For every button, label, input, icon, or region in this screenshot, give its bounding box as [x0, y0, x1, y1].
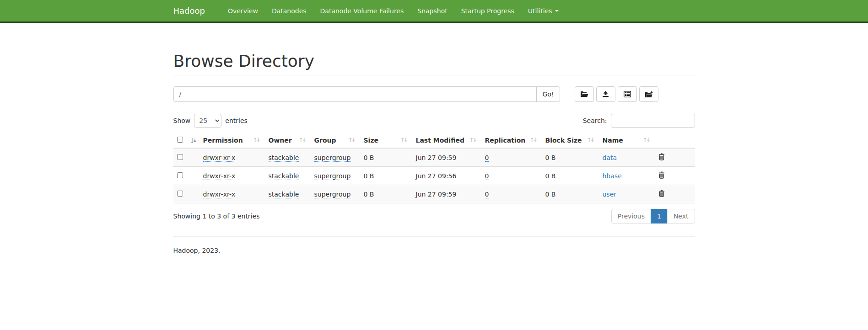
- block-size-cell: 0 B: [542, 167, 599, 185]
- pagination-previous[interactable]: Previous: [611, 209, 651, 224]
- entries-label: entries: [225, 117, 248, 124]
- open-folder-button[interactable]: [575, 86, 594, 102]
- directory-path-input[interactable]: [173, 86, 537, 102]
- file-action-buttons: [575, 86, 658, 102]
- owner-cell[interactable]: stackable: [269, 191, 299, 198]
- main-nav: Overview Datanodes Datanode Volume Failu…: [221, 0, 566, 21]
- nav-datanodes[interactable]: Datanodes: [265, 0, 313, 21]
- table-row: drwxr-xr-x stackable supergroup 0 B Jun …: [173, 148, 695, 167]
- directory-name-link[interactable]: user: [603, 191, 617, 198]
- row-checkbox[interactable]: [177, 191, 183, 197]
- footer-divider: [173, 236, 695, 237]
- owner-cell[interactable]: stackable: [269, 172, 299, 180]
- size-cell: 0 B: [360, 185, 412, 203]
- table-row: drwxr-xr-x stackable supergroup 0 B Jun …: [173, 167, 695, 185]
- top-navbar: Hadoop Overview Datanodes Datanode Volum…: [0, 0, 868, 23]
- sort-arrows-icon: ↑↓: [253, 137, 261, 143]
- search-label: Search:: [583, 117, 607, 124]
- modified-cell: Jun 27 09:56: [412, 167, 481, 185]
- header-block-size[interactable]: Block Size↑↓: [542, 133, 599, 148]
- permission-cell[interactable]: drwxr-xr-x: [203, 172, 236, 180]
- permission-cell[interactable]: drwxr-xr-x: [203, 154, 236, 162]
- table-row: drwxr-xr-x stackable supergroup 0 B Jun …: [173, 185, 695, 203]
- page-title: Browse Directory: [173, 52, 695, 70]
- upload-icon: [602, 91, 609, 97]
- pagination-next[interactable]: Next: [667, 209, 695, 224]
- nav-overview[interactable]: Overview: [221, 0, 265, 21]
- page-size-select[interactable]: 25: [194, 114, 221, 128]
- replication-cell[interactable]: 0: [485, 191, 489, 198]
- owner-cell[interactable]: stackable: [269, 154, 299, 162]
- size-cell: 0 B: [360, 148, 412, 167]
- delete-icon[interactable]: [658, 190, 665, 198]
- header-actions: [655, 133, 695, 148]
- directory-input-group: Go!: [173, 86, 560, 102]
- table-info: Showing 1 to 3 of 3 entries: [173, 213, 260, 220]
- sort-arrows-icon: ↑↓: [469, 137, 477, 143]
- replication-cell[interactable]: 0: [485, 154, 489, 162]
- delete-icon[interactable]: [658, 153, 665, 162]
- size-cell: 0 B: [360, 167, 412, 185]
- group-cell[interactable]: supergroup: [314, 154, 351, 162]
- view-list-button[interactable]: [618, 86, 637, 102]
- upload-file-button[interactable]: [596, 86, 615, 102]
- replication-cell[interactable]: 0: [485, 172, 489, 180]
- pagination-page-1[interactable]: 1: [651, 209, 668, 224]
- create-directory-button[interactable]: [639, 86, 658, 102]
- directory-name-link[interactable]: hbase: [603, 172, 622, 180]
- pagination: Previous 1 Next: [611, 209, 695, 224]
- nav-utilities-dropdown[interactable]: Utilities: [521, 0, 566, 21]
- sort-arrows-icon: ↑↓: [348, 137, 356, 143]
- header-last-modified[interactable]: Last Modified↑↓: [412, 133, 481, 148]
- block-size-cell: 0 B: [542, 185, 599, 203]
- header-size[interactable]: Size↑↓: [360, 133, 412, 148]
- sort-arrows-icon: ↑↓: [587, 137, 595, 143]
- show-label: Show: [173, 117, 191, 124]
- header-name[interactable]: Name↑↓: [599, 133, 655, 148]
- table-search-control: Search:: [583, 114, 695, 128]
- page-header: Browse Directory: [173, 52, 695, 75]
- modified-cell: Jun 27 09:59: [412, 185, 481, 203]
- caret-down-icon: [555, 10, 559, 12]
- sort-arrows-icon: ↑↓: [642, 137, 651, 143]
- nav-snapshot[interactable]: Snapshot: [410, 0, 454, 21]
- row-checkbox[interactable]: [177, 154, 183, 160]
- delete-icon[interactable]: [658, 171, 665, 180]
- block-size-cell: 0 B: [542, 148, 599, 167]
- directory-listing-table: Permission↑↓ Owner↑↓ Group↑↓ Size↑↓ Last…: [173, 133, 695, 203]
- sort-arrows-icon: ↑↓: [400, 137, 408, 143]
- row-checkbox[interactable]: [177, 172, 183, 178]
- table-search-input[interactable]: [611, 114, 695, 128]
- directory-name-link[interactable]: data: [603, 154, 617, 161]
- table-header-row: Permission↑↓ Owner↑↓ Group↑↓ Size↑↓ Last…: [173, 133, 695, 148]
- page-length-control: Show 25 entries: [173, 114, 248, 128]
- permission-cell[interactable]: drwxr-xr-x: [203, 191, 236, 198]
- folder-open-icon: [580, 91, 588, 97]
- header-group[interactable]: Group↑↓: [311, 133, 360, 148]
- select-all-checkbox[interactable]: [177, 137, 183, 143]
- sort-active-icon: [185, 137, 196, 144]
- list-icon: [624, 91, 631, 97]
- header-permission[interactable]: Permission↑↓: [199, 133, 265, 148]
- group-cell[interactable]: supergroup: [314, 191, 351, 198]
- header-replication[interactable]: Replication↑↓: [481, 133, 542, 148]
- brand-hadoop[interactable]: Hadoop: [173, 6, 212, 16]
- header-owner[interactable]: Owner↑↓: [265, 133, 311, 148]
- select-all-header: [173, 133, 199, 148]
- sort-arrows-icon: ↑↓: [298, 137, 307, 143]
- site-footer-text: Hadoop, 2023.: [173, 247, 695, 254]
- nav-datanode-volume-failures[interactable]: Datanode Volume Failures: [313, 0, 411, 21]
- folder-new-icon: [645, 91, 653, 98]
- go-button[interactable]: Go!: [536, 86, 560, 102]
- modified-cell: Jun 27 09:59: [412, 148, 481, 167]
- group-cell[interactable]: supergroup: [314, 172, 351, 180]
- sort-arrows-icon: ↑↓: [529, 137, 538, 143]
- nav-startup-progress[interactable]: Startup Progress: [454, 0, 521, 21]
